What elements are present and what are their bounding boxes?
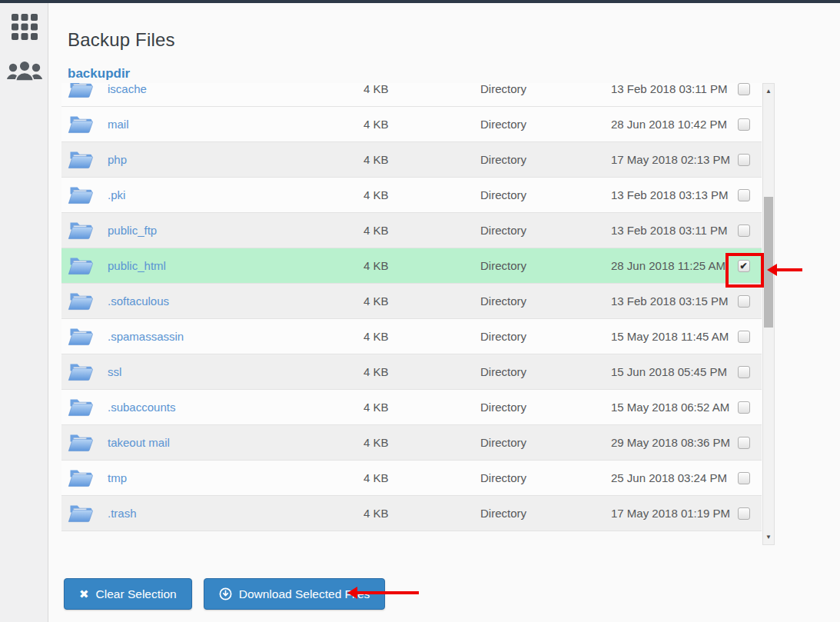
table-row: .spamassassin 4 KB Directory 15 May 2018… xyxy=(61,319,762,354)
row-checkbox[interactable] xyxy=(738,295,750,308)
backup-files-page: { "page": { "title": "Backup Files", "br… xyxy=(0,0,840,622)
folder-icon xyxy=(68,432,94,453)
file-name-link[interactable]: iscache xyxy=(108,83,147,95)
file-type: Directory xyxy=(480,507,611,520)
file-size: 4 KB xyxy=(364,153,480,166)
file-name-link[interactable]: .subaccounts xyxy=(108,401,175,414)
file-name-link[interactable]: .trash xyxy=(108,507,137,520)
scrollbar-down-arrow-icon[interactable]: ▼ xyxy=(763,534,774,541)
row-checkbox[interactable] xyxy=(738,331,750,343)
folder-icon xyxy=(68,185,94,205)
file-size: 4 KB xyxy=(364,224,480,237)
file-modified-date: 13 Feb 2018 03:15 PM xyxy=(611,294,725,308)
file-type: Directory xyxy=(480,188,611,201)
row-checkbox[interactable] xyxy=(738,437,750,449)
file-modified-date: 25 Jun 2018 03:24 PM xyxy=(611,471,725,484)
file-type: Directory xyxy=(480,330,611,343)
file-type: Directory xyxy=(480,436,611,449)
table-row: .softaculous 4 KB Directory 13 Feb 2018 … xyxy=(61,284,762,319)
file-name-link[interactable]: php xyxy=(108,153,127,166)
users-group-icon[interactable] xyxy=(0,60,48,83)
file-name-link[interactable]: .softaculous xyxy=(108,294,169,308)
file-modified-date: 15 May 2018 11:45 AM xyxy=(611,330,725,343)
file-modified-date: 13 Feb 2018 03:11 PM xyxy=(611,224,725,237)
folder-icon xyxy=(68,220,94,241)
table-row: public_html 4 KB Directory 28 Jun 2018 1… xyxy=(61,248,762,284)
breadcrumb-backupdir[interactable]: backupdir xyxy=(68,66,130,81)
download-circle-icon xyxy=(219,587,232,600)
download-selected-files-label: Download Selected Files xyxy=(239,587,370,601)
table-row: public_ftp 4 KB Directory 13 Feb 2018 03… xyxy=(61,213,762,248)
row-checkbox[interactable] xyxy=(738,401,750,414)
file-type: Directory xyxy=(480,365,611,378)
file-type: Directory xyxy=(480,294,611,308)
file-size: 4 KB xyxy=(364,471,480,484)
file-name-link[interactable]: takeout mail xyxy=(108,436,170,449)
file-size: 4 KB xyxy=(364,330,480,343)
row-checkbox[interactable] xyxy=(738,472,750,484)
file-modified-date: 13 Feb 2018 03:11 PM xyxy=(611,83,725,95)
row-checkbox[interactable]: ✔ xyxy=(738,260,750,272)
file-size: 4 KB xyxy=(364,259,480,272)
file-name-link[interactable]: tmp xyxy=(108,471,127,484)
file-table-viewport: iscache 4 KB Directory 13 Feb 2018 03:11… xyxy=(61,83,775,545)
file-type: Directory xyxy=(480,259,611,272)
folder-icon xyxy=(68,149,94,170)
file-name-link[interactable]: mail xyxy=(108,118,129,131)
file-modified-date: 28 Jun 2018 11:25 AM xyxy=(611,259,725,272)
table-row: ssl 4 KB Directory 15 Jun 2018 05:45 PM xyxy=(61,354,762,390)
folder-icon xyxy=(68,326,94,347)
file-size: 4 KB xyxy=(364,118,480,131)
action-buttons: ✖ Clear Selection Download Selected File… xyxy=(64,578,385,610)
left-sidebar xyxy=(0,3,48,622)
apps-grid-icon[interactable] xyxy=(0,14,48,40)
file-type: Directory xyxy=(480,224,611,237)
file-type: Directory xyxy=(480,118,611,131)
table-scrollbar[interactable]: ▲ ▼ xyxy=(762,83,775,545)
clear-selection-button[interactable]: ✖ Clear Selection xyxy=(64,578,192,610)
file-size: 4 KB xyxy=(364,365,480,378)
file-name-link[interactable]: public_html xyxy=(108,259,166,272)
x-icon: ✖ xyxy=(79,588,89,600)
file-modified-date: 15 Jun 2018 05:45 PM xyxy=(611,365,725,378)
row-checkbox[interactable] xyxy=(738,83,750,95)
file-size: 4 KB xyxy=(364,83,480,95)
folder-icon xyxy=(68,397,94,417)
file-type: Directory xyxy=(480,401,611,414)
scrollbar-thumb[interactable] xyxy=(764,197,773,328)
page-title: Backup Files xyxy=(68,29,175,51)
download-selected-files-button[interactable]: Download Selected Files xyxy=(204,578,386,610)
row-checkbox[interactable] xyxy=(738,366,750,378)
table-row: .trash 4 KB Directory 17 May 2018 01:19 … xyxy=(61,496,762,531)
table-row: iscache 4 KB Directory 13 Feb 2018 03:11… xyxy=(61,83,762,107)
file-modified-date: 15 May 2018 06:52 AM xyxy=(611,401,725,414)
file-type: Directory xyxy=(480,83,611,95)
table-row: .pki 4 KB Directory 13 Feb 2018 03:13 PM xyxy=(61,178,762,213)
file-modified-date: 13 Feb 2018 03:13 PM xyxy=(611,188,725,201)
file-name-link[interactable]: public_ftp xyxy=(108,224,157,237)
folder-icon xyxy=(68,83,94,99)
table-row: tmp 4 KB Directory 25 Jun 2018 03:24 PM xyxy=(61,461,762,496)
row-checkbox[interactable] xyxy=(738,118,750,131)
table-row: php 4 KB Directory 17 May 2018 02:13 PM xyxy=(61,142,762,178)
row-checkbox[interactable] xyxy=(738,225,750,237)
file-size: 4 KB xyxy=(364,436,480,449)
row-checkbox[interactable] xyxy=(738,189,750,201)
file-name-link[interactable]: .spamassassin xyxy=(108,330,184,343)
file-type: Directory xyxy=(480,471,611,484)
row-checkbox[interactable] xyxy=(738,507,750,520)
file-table-body: iscache 4 KB Directory 13 Feb 2018 03:11… xyxy=(61,83,762,531)
clear-selection-label: Clear Selection xyxy=(96,587,177,601)
main-content: Backup Files backupdir iscache 4 KB Dire… xyxy=(48,3,840,622)
file-name-link[interactable]: ssl xyxy=(108,365,121,378)
table-row: .subaccounts 4 KB Directory 15 May 2018 … xyxy=(61,390,762,425)
file-modified-date: 29 May 2018 08:36 PM xyxy=(611,436,725,449)
file-modified-date: 28 Jun 2018 10:42 PM xyxy=(611,118,725,131)
folder-icon xyxy=(68,255,94,276)
file-size: 4 KB xyxy=(364,507,480,520)
row-checkbox[interactable] xyxy=(738,154,750,166)
folder-icon xyxy=(68,114,94,135)
scrollbar-up-arrow-icon[interactable]: ▲ xyxy=(763,88,774,95)
file-name-link[interactable]: .pki xyxy=(108,188,125,201)
file-modified-date: 17 May 2018 02:13 PM xyxy=(611,153,725,166)
